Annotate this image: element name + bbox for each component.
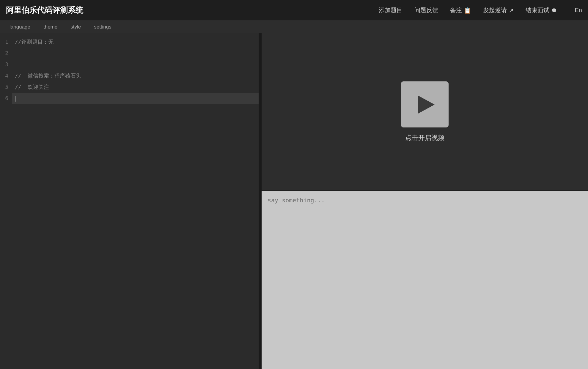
feedback-label: 问题反馈 [414,6,438,14]
end-interview-icon: ⏺ [551,7,557,14]
subnav-theme[interactable]: theme [37,21,64,33]
line-num-6: 6 [5,93,8,104]
app-title: 阿里伯乐代码评测系统 [6,5,83,15]
subnav-language[interactable]: language [3,21,37,33]
video-label[interactable]: 点击开启视频 [405,133,444,142]
resize-handle-horizontal[interactable] [259,33,262,369]
invite-icon: ↗ [509,7,514,14]
code-line-3 [12,59,259,70]
add-problem-button[interactable]: 添加题目 [379,6,403,14]
notes-icon: 📋 [464,7,471,14]
line-num-5: 5 [5,81,8,93]
main-content: 1 2 3 4 5 6 //评测题目：无 // 微信搜索：程序猿石头 // 欢迎… [0,33,588,369]
code-editor[interactable]: //评测题目：无 // 微信搜索：程序猿石头 // 欢迎关注 [12,33,259,369]
video-area: 点击开启视频 [262,33,588,191]
code-line-6 [12,93,259,104]
code-line-5: // 欢迎关注 [12,81,259,93]
sub-nav: language theme style settings [0,21,588,33]
notes-label: 备注 [450,6,462,14]
text-cursor [15,96,15,102]
notes-button[interactable]: 备注 📋 [450,6,471,14]
language-switcher[interactable]: En [575,7,582,14]
invite-button[interactable]: 发起邀请 ↗ [483,6,514,14]
code-line-2 [12,48,259,59]
editor-content[interactable]: 1 2 3 4 5 6 //评测题目：无 // 微信搜索：程序猿石头 // 欢迎… [0,33,259,369]
add-problem-label: 添加题目 [379,6,403,14]
code-line-1: //评测题目：无 [12,36,259,48]
feedback-button[interactable]: 问题反馈 [414,6,438,14]
nav-actions: 添加题目 问题反馈 备注 📋 发起邀请 ↗ 结束面试 ⏺ En [379,6,582,14]
right-panel: 点击开启视频 [262,33,588,369]
chat-input[interactable] [268,197,582,218]
play-icon [418,96,435,113]
invite-label: 发起邀请 [483,6,507,14]
video-player[interactable] [401,81,449,127]
chat-input-area[interactable] [262,191,588,369]
end-interview-button[interactable]: 结束面试 ⏺ [526,6,557,14]
line-numbers: 1 2 3 4 5 6 [0,33,12,369]
line-num-3: 3 [5,59,8,70]
subnav-settings[interactable]: settings [87,21,118,33]
top-nav: 阿里伯乐代码评测系统 添加题目 问题反馈 备注 📋 发起邀请 ↗ 结束面试 ⏺ … [0,0,588,21]
line-num-4: 4 [5,70,8,81]
code-line-4: // 微信搜索：程序猿石头 [12,70,259,81]
editor-area: 1 2 3 4 5 6 //评测题目：无 // 微信搜索：程序猿石头 // 欢迎… [0,33,259,369]
subnav-style[interactable]: style [64,21,87,33]
end-interview-label: 结束面试 [526,6,549,14]
line-num-2: 2 [5,48,8,59]
line-num-1: 1 [5,36,8,48]
chat-area [262,191,588,369]
